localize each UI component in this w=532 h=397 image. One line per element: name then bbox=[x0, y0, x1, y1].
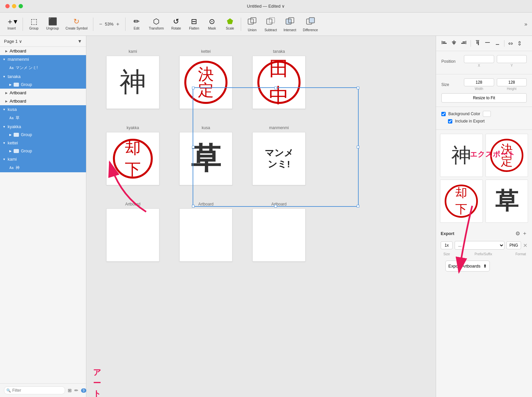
subtract-button[interactable]: Subtract bbox=[262, 15, 279, 33]
transform-button[interactable]: ⬡ Transform bbox=[146, 17, 166, 32]
mask-label: Mask bbox=[208, 27, 216, 30]
separator bbox=[471, 40, 471, 47]
sidebar-item-artboard-3[interactable]: ▶ Artboard bbox=[0, 97, 86, 105]
artboard-label-manmenmi: manmenmi bbox=[269, 125, 289, 130]
sidebar-item-tanaka[interactable]: ▼ tanaka bbox=[0, 72, 86, 81]
export-artboards-button[interactable]: Export Artboards ⬆ bbox=[445, 261, 490, 272]
align-vertical-centers-button[interactable] bbox=[484, 39, 491, 48]
artboard-item-kusa: kusa 草 bbox=[173, 125, 239, 195]
intersect-icon bbox=[285, 16, 295, 27]
sidebar-item-tanaka-group[interactable]: ▶ Group bbox=[0, 81, 86, 89]
sidebar-item-kettei[interactable]: ▼ kettei bbox=[0, 139, 86, 147]
sidebar-item-manmenmi[interactable]: ▼ manmenmi bbox=[0, 55, 86, 63]
intersect-label: Intersect bbox=[284, 28, 296, 32]
distribute-vertical-button[interactable]: ⇕ bbox=[516, 39, 523, 48]
mask-button[interactable]: ⊙ Mask bbox=[204, 17, 220, 32]
sidebar-edit-button[interactable]: ✏ bbox=[74, 388, 78, 393]
close-button[interactable] bbox=[5, 4, 10, 8]
export-suffix-select[interactable]: ... bbox=[455, 241, 504, 250]
export-add-button[interactable]: ＋ bbox=[522, 230, 527, 237]
triangle-icon: ▼ bbox=[3, 158, 6, 161]
sidebar: Page 1 ∨ ▼ ▶ Artboard ▼ manmenmi Aa マンメ … bbox=[0, 36, 86, 397]
badge-count: 9 bbox=[81, 388, 86, 393]
edit-button[interactable]: ✏ Edit bbox=[128, 17, 145, 32]
resize-to-fit-button[interactable]: Resize to Fit bbox=[441, 93, 527, 103]
zoom-in-button[interactable]: + bbox=[115, 21, 121, 28]
artboard-canvas-empty-1[interactable] bbox=[106, 208, 159, 262]
artboard-canvas-kusa[interactable]: 草 bbox=[179, 132, 232, 185]
page-selector[interactable]: Page 1 ∨ bbox=[4, 39, 22, 44]
sidebar-toggle[interactable]: ▼ bbox=[77, 39, 82, 44]
minimize-button[interactable] bbox=[12, 4, 16, 8]
artboard-canvas-kettei[interactable]: 決定 bbox=[179, 56, 232, 109]
include-export-checkbox[interactable] bbox=[448, 119, 452, 123]
sidebar-item-kami[interactable]: ▼ kami bbox=[0, 155, 86, 163]
artboard-label-kettei: kettei bbox=[201, 49, 211, 54]
artboard-grid: kami 神 kettei 決定 tanaka 田中 bbox=[86, 36, 436, 285]
sidebar-item-kusa-text[interactable]: Aa 草 bbox=[0, 114, 86, 122]
difference-button[interactable]: Difference bbox=[300, 15, 320, 33]
artboard-canvas-kami[interactable]: 神 bbox=[106, 56, 159, 109]
tanaka-label: tanaka bbox=[8, 74, 21, 79]
align-vcenter-icon bbox=[485, 40, 490, 45]
kettei-group-label: Group bbox=[21, 149, 32, 153]
artboard-canvas-empty-3[interactable] bbox=[252, 208, 306, 262]
create-symbol-button[interactable]: ↻ Create Symbol bbox=[63, 17, 90, 32]
group-button[interactable]: ⬚ Group bbox=[26, 17, 42, 32]
height-input[interactable] bbox=[497, 78, 527, 86]
artboard-label-tanaka: tanaka bbox=[273, 49, 285, 54]
align-top-edges-button[interactable] bbox=[474, 39, 482, 48]
svg-rect-21 bbox=[485, 42, 490, 43]
sidebar-item-kyakka[interactable]: ▼ kyakka bbox=[0, 122, 86, 131]
intersect-button[interactable]: Intersect bbox=[281, 15, 299, 33]
artboard-item-empty-1: Artboard bbox=[100, 202, 166, 272]
more-button[interactable]: » bbox=[523, 20, 529, 29]
sidebar-item-kettei-group[interactable]: ▶ Group bbox=[0, 147, 86, 155]
x-input[interactable] bbox=[464, 55, 494, 63]
sidebar-item-manmenmi-text[interactable]: Aa マンメ ンミ! bbox=[0, 63, 86, 72]
flatten-button[interactable]: ⊟ Flatten bbox=[186, 17, 202, 32]
export-controls: ⚙ ＋ bbox=[515, 230, 527, 237]
rotate-button[interactable]: ↺ Rotate bbox=[168, 17, 184, 32]
bg-color-swatch[interactable] bbox=[483, 111, 491, 117]
ungroup-button[interactable]: ⬛ Ungroup bbox=[44, 17, 61, 32]
export-size-input[interactable] bbox=[441, 241, 453, 249]
insert-button[interactable]: ＋▾ Insert bbox=[3, 17, 20, 32]
manmenmi-label: manmenmi bbox=[8, 57, 29, 62]
preview-kami: 神 bbox=[440, 134, 483, 177]
align-left-edges-button[interactable] bbox=[440, 39, 448, 48]
sidebar-item-kusa[interactable]: ▼ kusa bbox=[0, 105, 86, 114]
align-bottom-icon bbox=[494, 40, 500, 45]
canvas[interactable]: kami 神 kettei 決定 tanaka 田中 bbox=[86, 36, 436, 397]
distribute-horizontal-button[interactable]: ⇔ bbox=[507, 39, 514, 48]
sidebar-item-artboard-2[interactable]: ▶ Artboard bbox=[0, 89, 86, 97]
zoom-out-button[interactable]: − bbox=[98, 21, 104, 28]
bg-color-checkbox[interactable] bbox=[441, 112, 446, 116]
prefix-col-label: Prefix/Suffix bbox=[455, 252, 512, 256]
scale-button[interactable]: ⬟ Scale bbox=[222, 17, 238, 32]
export-format-button[interactable]: PNG bbox=[506, 241, 521, 249]
sidebar-item-artboard-1[interactable]: ▶ Artboard bbox=[0, 47, 86, 55]
export-remove-button[interactable]: ✕ bbox=[523, 242, 527, 249]
export-settings-button[interactable]: ⚙ bbox=[515, 230, 520, 237]
y-input[interactable] bbox=[497, 55, 527, 63]
artboard-canvas-kyakka[interactable]: 却下 bbox=[106, 132, 159, 185]
sidebar-item-kyakka-group[interactable]: ▶ Group bbox=[0, 131, 86, 139]
folder-icon bbox=[14, 83, 19, 87]
filter-input[interactable] bbox=[4, 386, 65, 394]
fullscreen-button[interactable] bbox=[19, 4, 23, 8]
align-right-edges-button[interactable] bbox=[460, 39, 468, 48]
align-horizontal-centers-button[interactable] bbox=[450, 39, 458, 48]
artboard-item-empty-3: Artboard bbox=[246, 202, 312, 272]
sidebar-item-kami-text[interactable]: Aa 神 bbox=[0, 163, 86, 172]
include-export-row: Include in Export bbox=[441, 119, 527, 123]
width-input[interactable] bbox=[464, 78, 494, 86]
union-button[interactable]: Union bbox=[244, 15, 260, 33]
aa-icon: Aa bbox=[9, 116, 14, 120]
artboard-canvas-tanaka[interactable]: 田中 bbox=[252, 56, 306, 109]
svg-rect-18 bbox=[476, 40, 479, 41]
align-bottom-edges-button[interactable] bbox=[493, 39, 501, 48]
artboard-canvas-manmenmi[interactable]: マンメンミ! bbox=[252, 132, 306, 185]
sidebar-pages-button[interactable]: ⊞ bbox=[68, 388, 72, 393]
artboard-canvas-empty-2[interactable] bbox=[179, 208, 232, 262]
